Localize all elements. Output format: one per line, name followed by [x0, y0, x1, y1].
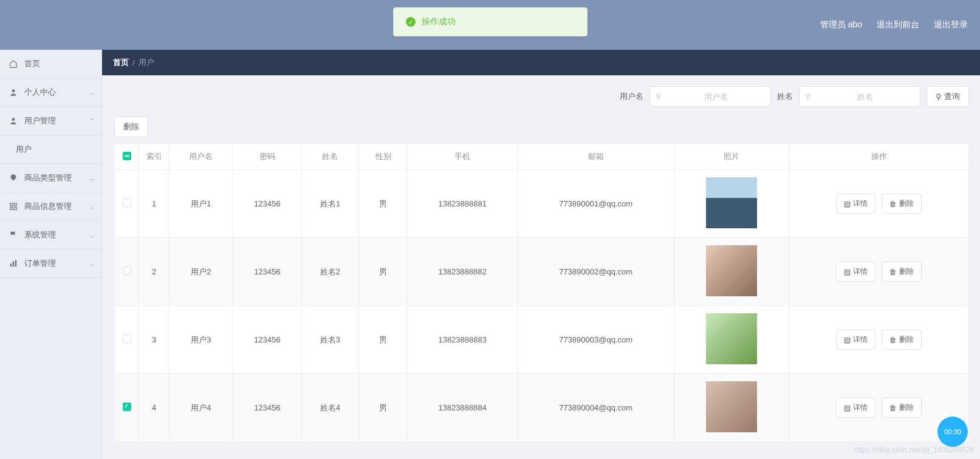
flag-icon [9, 230, 18, 240]
chevron-down-icon: ⌄ [89, 260, 94, 267]
cell-name: 姓名2 [301, 238, 358, 306]
cell-gender: 男 [358, 374, 407, 442]
cell-index: 4 [139, 374, 170, 442]
select-all-checkbox[interactable] [123, 152, 131, 160]
filter-name-label: 姓名 [777, 91, 793, 102]
header-links: 管理员 abo 退出到前台 退出登录 [820, 19, 980, 30]
sidebar-item-order-mgmt[interactable]: 订单管理 ⌄ [0, 250, 101, 278]
search-icon: ⚲ [656, 92, 661, 101]
table-row: 4 用户4 123456 姓名4 男 13823888884 773890004… [115, 374, 969, 442]
grid-icon [9, 202, 18, 211]
row-checkbox[interactable] [123, 335, 131, 343]
cell-gender: 男 [358, 238, 407, 306]
check-circle-icon: ✓ [406, 17, 416, 27]
bulb-icon [9, 173, 18, 183]
cell-index: 1 [139, 170, 170, 238]
user-table: 索引 用户名 密码 姓名 性别 手机 邮箱 照片 操作 1 用户1 123456… [114, 143, 969, 442]
sidebar-item-category-mgmt[interactable]: 商品类型管理 ⌄ [0, 164, 101, 192]
sidebar-item-personal[interactable]: 个人中心 ⌄ [0, 78, 101, 107]
detail-button[interactable]: ▤详情 [836, 398, 875, 418]
delete-button[interactable]: 🗑删除 [882, 194, 922, 214]
sidebar-item-label: 首页 [24, 58, 40, 69]
cell-password: 123456 [233, 170, 301, 238]
chevron-down-icon: ⌄ [89, 175, 94, 182]
sidebar-item-label: 商品类型管理 [24, 172, 72, 183]
filter-bar: 用户名 ⚲ 姓名 ⚲ ⚲ 查询 [114, 86, 969, 107]
cell-name: 姓名1 [301, 170, 358, 238]
button-label: 详情 [853, 335, 868, 345]
button-label: 详情 [853, 199, 868, 209]
svg-point-0 [12, 89, 15, 92]
delete-button[interactable]: 🗑删除 [882, 330, 922, 350]
detail-button[interactable]: ▤详情 [836, 330, 875, 350]
search-button[interactable]: ⚲ 查询 [927, 86, 969, 107]
cell-password: 123456 [233, 238, 301, 306]
cell-name: 姓名3 [301, 306, 358, 374]
user-icon [9, 87, 18, 97]
cell-phone: 13823888881 [408, 170, 518, 238]
trash-icon: 🗑 [889, 336, 897, 344]
row-checkbox[interactable] [123, 267, 131, 275]
bar-chart-icon [9, 259, 18, 268]
sidebar-item-label: 用户管理 [24, 115, 56, 126]
avatar [706, 381, 757, 432]
th-name: 姓名 [301, 144, 358, 170]
th-photo: 照片 [674, 144, 789, 170]
sidebar-item-user-mgmt[interactable]: 用户管理 ⌃ [0, 107, 101, 135]
to-front-link[interactable]: 退出到前台 [877, 19, 919, 30]
detail-button[interactable]: ▤详情 [836, 194, 875, 214]
filter-name-input[interactable] [799, 86, 920, 107]
trash-icon: 🗑 [889, 268, 897, 276]
cell-phone: 13823888883 [408, 306, 518, 374]
chevron-down-icon: ⌄ [89, 89, 94, 96]
sidebar-subitem-user[interactable]: 用户 [0, 135, 101, 164]
cell-phone: 13823888884 [408, 374, 518, 442]
cell-phone: 13823888882 [408, 238, 518, 306]
cell-password: 123456 [233, 374, 301, 442]
row-checkbox[interactable] [123, 199, 131, 207]
th-email: 邮箱 [518, 144, 674, 170]
breadcrumb-root[interactable]: 首页 [113, 57, 129, 68]
trash-icon: 🗑 [889, 200, 897, 208]
filter-username-input[interactable] [649, 86, 771, 107]
th-username: 用户名 [170, 144, 233, 170]
cell-username: 用户4 [170, 374, 233, 442]
trash-icon: 🗑 [889, 404, 897, 412]
cell-email: 773890003@qq.com [518, 306, 674, 374]
button-label: 详情 [853, 403, 868, 413]
document-icon: ▤ [844, 404, 851, 412]
chevron-down-icon: ⌄ [89, 203, 94, 210]
sidebar-item-home[interactable]: 首页 [0, 50, 101, 78]
breadcrumb-current: 用户 [139, 57, 154, 68]
bulk-delete-button[interactable]: 删除 [114, 117, 148, 137]
table-row: 3 用户3 123456 姓名3 男 13823888883 773890003… [115, 306, 969, 374]
breadcrumb-separator: / [132, 58, 135, 67]
admin-link[interactable]: 管理员 abo [820, 19, 862, 30]
document-icon: ▤ [844, 200, 851, 208]
breadcrumb: 首页 / 用户 [102, 50, 980, 75]
sidebar-item-product-mgmt[interactable]: 商品信息管理 ⌄ [0, 192, 101, 221]
cell-email: 773890002@qq.com [518, 238, 674, 306]
top-header: ✓ 操作成功 管理员 abo 退出到前台 退出登录 [0, 0, 980, 50]
logout-link[interactable]: 退出登录 [934, 19, 968, 30]
svg-rect-3 [14, 203, 16, 206]
toolbar: 删除 [114, 117, 969, 137]
table-row: 2 用户2 123456 姓名2 男 13823888882 773890002… [115, 238, 969, 306]
success-toast: ✓ 操作成功 [393, 7, 588, 36]
th-gender: 性别 [358, 144, 407, 170]
avatar [706, 245, 757, 296]
button-label: 查询 [944, 91, 960, 102]
cell-index: 3 [139, 306, 170, 374]
cell-email: 773890001@qq.com [518, 170, 674, 238]
cell-name: 姓名4 [301, 374, 358, 442]
delete-button[interactable]: 🗑删除 [882, 398, 922, 418]
detail-button[interactable]: ▤详情 [836, 262, 875, 282]
cell-index: 2 [139, 238, 170, 306]
delete-button[interactable]: 🗑删除 [882, 262, 922, 282]
sidebar-item-label: 个人中心 [24, 87, 56, 98]
svg-rect-4 [10, 207, 13, 209]
button-label: 详情 [853, 267, 868, 277]
chevron-up-icon: ⌃ [89, 118, 94, 124]
row-checkbox[interactable] [123, 403, 131, 411]
sidebar-item-system-mgmt[interactable]: 系统管理 ⌄ [0, 221, 101, 250]
